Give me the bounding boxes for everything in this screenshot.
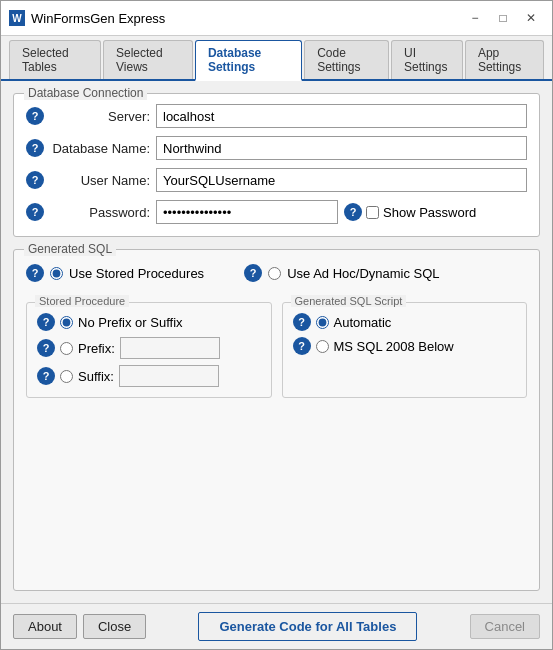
generated-sql-script-subgroup: Generated SQL Script ? Automatic ? MS SQ…	[282, 302, 528, 398]
use-stored-proc-row: ? Use Stored Procedures	[26, 264, 204, 282]
use-adhoc-row: ? Use Ad Hoc/Dynamic SQL	[244, 264, 439, 282]
generated-sql-script-label: Generated SQL Script	[291, 295, 407, 307]
server-row: ? Server:	[26, 104, 527, 128]
generated-sql-group: Generated SQL ? Use Stored Procedures ? …	[13, 249, 540, 591]
suffix-row: ? Suffix:	[37, 365, 261, 387]
database-connection-label: Database Connection	[24, 86, 147, 100]
no-prefix-label: No Prefix or Suffix	[78, 315, 183, 330]
prefix-help-icon[interactable]: ?	[37, 339, 55, 357]
prefix-row: ? Prefix:	[37, 337, 261, 359]
dbname-row: ? Database Name:	[26, 136, 527, 160]
footer: About Close Generate Code for All Tables…	[1, 603, 552, 649]
tab-ui-settings[interactable]: UI Settings	[391, 40, 463, 79]
stored-proc-label: Use Stored Procedures	[69, 266, 204, 281]
main-window: W WinFormsGen Express − □ ✕ Selected Tab…	[0, 0, 553, 650]
title-bar-controls: − □ ✕	[462, 7, 544, 29]
footer-left: About Close	[13, 614, 146, 639]
footer-center: Generate Code for All Tables	[154, 612, 461, 641]
password-help-icon[interactable]: ?	[26, 203, 44, 221]
tab-selected-views[interactable]: Selected Views	[103, 40, 193, 79]
username-help-icon[interactable]: ?	[26, 171, 44, 189]
no-prefix-help-icon[interactable]: ?	[37, 313, 55, 331]
server-input[interactable]	[156, 104, 527, 128]
cancel-button[interactable]: Cancel	[470, 614, 540, 639]
automatic-radio[interactable]	[316, 316, 329, 329]
tab-selected-tables[interactable]: Selected Tables	[9, 40, 101, 79]
suffix-label: Suffix:	[78, 369, 114, 384]
automatic-help-icon[interactable]: ?	[293, 313, 311, 331]
mssql-row: ? MS SQL 2008 Below	[293, 337, 517, 355]
stored-proc-radio[interactable]	[50, 267, 63, 280]
close-window-button[interactable]: ✕	[518, 7, 544, 29]
password-label: Password:	[50, 205, 150, 220]
show-password-checkbox[interactable]	[366, 206, 379, 219]
minimize-button[interactable]: −	[462, 7, 488, 29]
password-input[interactable]	[156, 200, 338, 224]
no-prefix-radio[interactable]	[60, 316, 73, 329]
tab-app-settings[interactable]: App Settings	[465, 40, 544, 79]
app-icon: W	[9, 10, 25, 26]
generated-sql-label: Generated SQL	[24, 242, 116, 256]
dbname-label: Database Name:	[50, 141, 150, 156]
mssql-label: MS SQL 2008 Below	[334, 339, 454, 354]
prefix-radio[interactable]	[60, 342, 73, 355]
dbname-input[interactable]	[156, 136, 527, 160]
title-bar-title: WinFormsGen Express	[31, 11, 165, 26]
tab-code-settings[interactable]: Code Settings	[304, 40, 389, 79]
title-bar-left: W WinFormsGen Express	[9, 10, 165, 26]
server-help-icon[interactable]: ?	[26, 107, 44, 125]
stored-procedure-subgroup: Stored Procedure ? No Prefix or Suffix ?…	[26, 302, 272, 398]
no-prefix-suffix-row: ? No Prefix or Suffix	[37, 313, 261, 331]
prefix-input[interactable]	[120, 337, 220, 359]
adhoc-label: Use Ad Hoc/Dynamic SQL	[287, 266, 439, 281]
maximize-button[interactable]: □	[490, 7, 516, 29]
title-bar: W WinFormsGen Express − □ ✕	[1, 1, 552, 36]
automatic-row: ? Automatic	[293, 313, 517, 331]
username-label: User Name:	[50, 173, 150, 188]
show-password-area: ? Show Password	[344, 203, 476, 221]
server-label: Server:	[50, 109, 150, 124]
suffix-input[interactable]	[119, 365, 219, 387]
suffix-help-icon[interactable]: ?	[37, 367, 55, 385]
mssql-radio[interactable]	[316, 340, 329, 353]
database-connection-group: Database Connection ? Server: ? Database…	[13, 93, 540, 237]
username-input[interactable]	[156, 168, 527, 192]
tab-bar: Selected Tables Selected Views Database …	[1, 36, 552, 81]
stored-procedure-subgroup-label: Stored Procedure	[35, 295, 129, 307]
show-password-help-icon[interactable]: ?	[344, 203, 362, 221]
password-row: ? Password: ? Show Password	[26, 200, 527, 224]
prefix-label: Prefix:	[78, 341, 115, 356]
generate-button[interactable]: Generate Code for All Tables	[198, 612, 417, 641]
username-row: ? User Name:	[26, 168, 527, 192]
suffix-radio[interactable]	[60, 370, 73, 383]
show-password-label: Show Password	[383, 205, 476, 220]
adhoc-radio[interactable]	[268, 267, 281, 280]
main-content: Database Connection ? Server: ? Database…	[1, 81, 552, 603]
tab-database-settings[interactable]: Database Settings	[195, 40, 302, 81]
dbname-help-icon[interactable]: ?	[26, 139, 44, 157]
close-button[interactable]: Close	[83, 614, 146, 639]
mssql-help-icon[interactable]: ?	[293, 337, 311, 355]
sql-options-row: Stored Procedure ? No Prefix or Suffix ?…	[26, 302, 527, 398]
stored-proc-help-icon[interactable]: ?	[26, 264, 44, 282]
automatic-label: Automatic	[334, 315, 392, 330]
adhoc-help-icon[interactable]: ?	[244, 264, 262, 282]
about-button[interactable]: About	[13, 614, 77, 639]
